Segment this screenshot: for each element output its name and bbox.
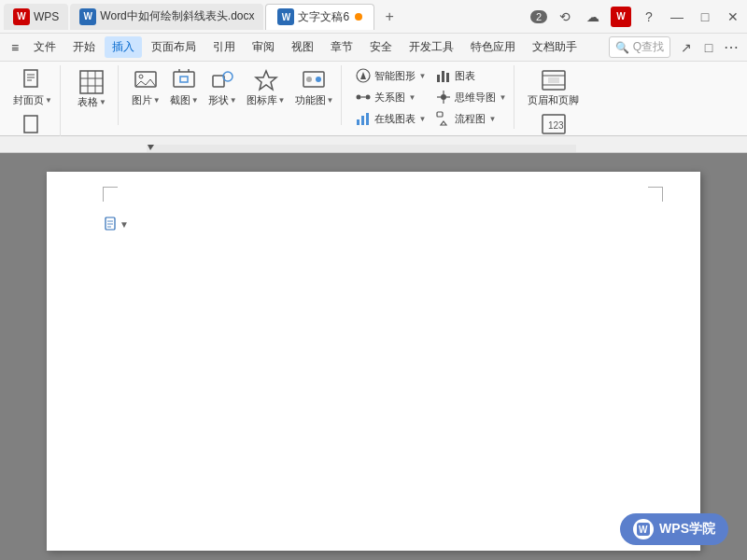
flowchart-button[interactable]: 流程图 ▼ [431,108,510,129]
shape-label: 形状 [208,93,229,107]
doc-area[interactable]: ▼ W WPS学院 [0,153,747,560]
table-icon [78,69,105,95]
menu-dochelper[interactable]: 文档助手 [525,36,585,58]
image-label: 图片 [132,93,152,107]
active-tab-label: 文字文稿6 [298,9,349,25]
image-icon [133,67,159,93]
doc-tab-logo: W [79,8,96,25]
wps-academy-logo: W [633,519,654,539]
svg-rect-4 [24,116,37,133]
screenshot-arrow: ▼ [191,96,199,105]
title-bar-right: 2 ⟲ ☁ W ? — □ ✕ [530,7,743,27]
cloud-icon[interactable]: ☁ [583,7,603,27]
flowchart-arrow: ▼ [488,115,496,123]
function-chart-button[interactable]: 功能图 ▼ [291,65,338,109]
cover-page-button[interactable]: 封面页 ▼ [9,65,56,109]
table-arrow: ▼ [99,98,106,106]
svg-rect-78 [106,217,115,230]
chart-button[interactable]: 图表 [431,65,510,86]
document-page[interactable]: ▼ [47,172,700,551]
image-button[interactable]: 图片 ▼ [128,65,164,109]
tab-active[interactable]: W 文字文稿6 [265,4,374,30]
search-label: Q查找 [633,39,664,55]
svg-rect-0 [24,70,37,87]
mindmap-label: 思维导图 [455,91,496,105]
tab-wps[interactable]: W WPS [4,4,68,30]
menu-security[interactable]: 安全 [362,36,400,58]
chart-label: 图表 [455,69,475,83]
svg-rect-28 [361,116,364,125]
shape-button[interactable]: 形状 ▼ [204,65,241,109]
svg-point-33 [441,94,446,100]
smart-graphic-label: 智能图形 [374,69,416,83]
share-icon[interactable]: ↗ [676,37,697,58]
screenshot-button[interactable]: 截图 ▼ [166,65,203,109]
icon-library-button[interactable]: 图标库 ▼ [243,65,289,109]
cover-page-label: 封面页 [13,93,44,107]
table-button[interactable]: 表格 ▼ [70,65,114,113]
screenshot-icon [171,67,197,93]
relation-chart-arrow: ▼ [408,93,416,102]
menu-section[interactable]: 章节 [323,36,360,58]
tab-doc-label: Word中如何绘制斜线表头.docx [100,8,254,24]
search-box[interactable]: 🔍 Q查找 [609,36,670,58]
svg-point-24 [357,95,361,100]
title-bar: W WPS W Word中如何绘制斜线表头.docx W 文字文稿6 + 2 ⟲… [0,0,747,34]
svg-point-11 [139,75,143,78]
blank-page-icon [20,113,46,139]
svg-rect-43 [548,77,559,83]
ribbon-group-image: 图片 ▼ 截图 ▼ 形状 ▼ [124,65,343,125]
mindmap-arrow: ▼ [499,93,506,102]
svg-rect-16 [213,76,224,87]
shape-icon [209,67,235,93]
icon-library-arrow: ▼ [278,96,286,105]
svg-rect-12 [174,72,194,87]
history-icon[interactable]: ⟲ [555,7,575,27]
add-tab-button[interactable]: + [376,4,402,30]
online-chart-button[interactable]: 在线图表 ▼ [351,108,430,129]
menu-devtools[interactable]: 开发工具 [402,36,461,58]
relation-chart-button[interactable]: 关系图 ▼ [351,87,430,107]
ribbon-group-smart: 智能图形 ▼ 关系图 ▼ 在线图表 ▼ 图表 思维导图 ▼ [347,65,514,129]
wps-icon-button[interactable]: W [611,7,631,27]
tab-doc[interactable]: W Word中如何绘制斜线表头.docx [70,4,263,30]
doc-icon-area[interactable]: ▼ [105,217,129,231]
menu-special[interactable]: 特色应用 [463,36,523,58]
svg-rect-27 [357,119,359,125]
screenshot-label: 截图 [170,93,190,107]
image-buttons-row: 图片 ▼ 截图 ▼ 形状 ▼ [128,65,338,109]
menu-view[interactable]: 视图 [284,36,321,58]
function-chart-label: 功能图 [295,93,326,107]
menu-review[interactable]: 审阅 [245,36,282,58]
header-footer-button[interactable]: 页眉和页脚 [524,65,583,109]
wps-academy-label: WPS学院 [659,521,715,538]
svg-point-21 [316,77,321,82]
menu-reference[interactable]: 引用 [205,36,243,58]
svg-marker-23 [360,72,366,79]
online-chart-arrow: ▼ [418,115,426,123]
svg-rect-31 [442,71,444,82]
smart-graphic-button[interactable]: 智能图形 ▼ [351,65,430,86]
send-icon[interactable]: □ [698,37,719,58]
minimize-button[interactable]: — [667,7,687,27]
close-button[interactable]: ✕ [723,7,743,27]
relation-chart-label: 关系图 [374,91,405,105]
page-number-icon: 123 [541,111,567,137]
wps-academy-button[interactable]: W WPS学院 [620,513,728,545]
svg-rect-38 [437,112,443,117]
menu-start[interactable]: 开始 [65,36,103,58]
function-chart-arrow: ▼ [327,96,334,105]
mindmap-button[interactable]: 思维导图 ▼ [431,87,510,107]
more-icon[interactable]: ⋯ [721,37,741,58]
maximize-button[interactable]: □ [695,7,715,27]
ribbon: 封面页 ▼ 空白页 表格 ▼ [0,62,747,136]
doc-icon-dropdown[interactable]: ▼ [120,219,129,230]
menu-file[interactable]: 文件 [26,36,63,58]
flowchart-label: 流程图 [455,112,486,126]
tab-count-badge: 2 [530,10,547,23]
help-button[interactable]: ? [639,7,659,27]
hamburger-menu[interactable]: ≡ [6,37,24,58]
menu-bar: ≡ 文件 开始 插入 页面布局 引用 审阅 视图 章节 安全 开发工具 特色应用… [0,34,747,62]
menu-insert[interactable]: 插入 [105,36,142,58]
menu-layout[interactable]: 页面布局 [144,36,204,58]
